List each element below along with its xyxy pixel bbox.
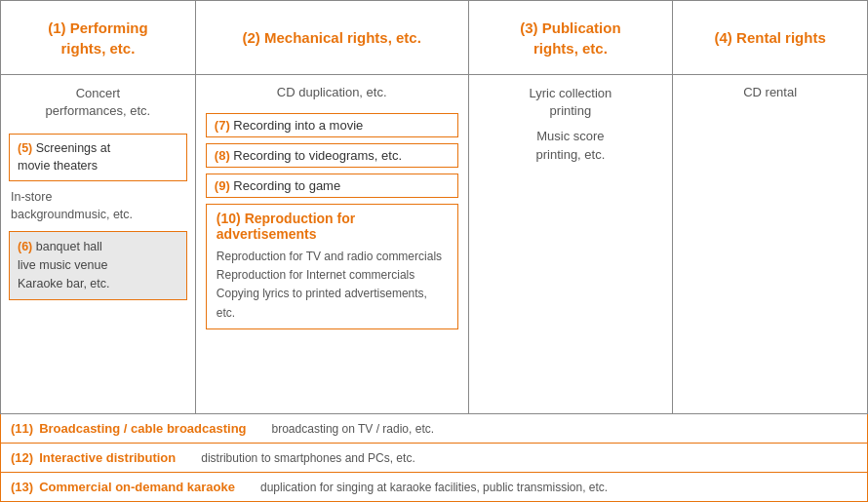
header-col3: (3) Publicationrights, etc. [468,1,673,75]
interactive-cell: (12) Interactive distribution distributi… [1,444,868,473]
col1-title: Performingrights, etc. [60,19,147,57]
row11-number: (11) [11,421,33,436]
header-col2: (2) Mechanical rights, etc. [195,1,468,75]
header-col1: (1) Performingrights, etc. [1,1,196,75]
r8-number: (8) [215,148,230,163]
row-interactive: (12) Interactive distribution distributi… [1,444,868,473]
repro-box: (10) Reproduction for advertisements Rep… [206,204,458,329]
row-broadcasting: (11) Broadcasting / cable broadcasting b… [1,414,868,444]
row13-number: (13) [11,480,33,494]
cd-rental-text: CD rental [681,85,859,99]
repro-items: Reproduction for TV and radio commercial… [217,248,448,323]
banquet-text: banquet halllive music venueKaraoke bar,… [18,240,110,290]
main-table: (1) Performingrights, etc. (2) Mechanica… [0,0,868,502]
instore-text: In-storebackgroundmusic, etc. [9,189,187,223]
col3-number: (3) [520,19,537,36]
col2-content: CD duplication, etc. (7) Recording into … [195,75,468,414]
screenings-title-text: Screenings atmovie theaters [18,141,110,173]
screenings-number: (5) [18,141,32,155]
screenings-box: (5) Screenings atmovie theaters [9,134,187,181]
col4-content: CD rental [673,75,868,414]
col4-title: Rental rights [736,29,826,46]
col2-title: Mechanical rights, etc. [264,29,421,46]
row12-label: Interactive distribution [39,450,176,465]
recording-box-7: (7) Recording into a movie [206,113,458,137]
col3-title: Publicationrights, etc. [533,19,621,57]
col3-content: Lyric collectionprinting Music scoreprin… [468,75,673,414]
broadcasting-cell: (11) Broadcasting / cable broadcasting b… [1,414,868,444]
repro-title: (10) Reproduction for advertisements [217,211,448,242]
row11-label: Broadcasting / cable broadcasting [39,421,246,436]
r8-label: Recording to videograms, etc. [233,148,402,163]
r9-number: (9) [215,178,230,193]
concert-text: Concertperformances, etc. [9,85,187,120]
col4-number: (4) [715,29,732,46]
main-content-row: Concertperformances, etc. (5) Screenings… [1,75,868,414]
repro-item-2: Reproduction for Internet commercials [217,266,448,285]
r9-label: Recording to game [233,178,340,193]
r7-label: Recording into a movie [233,118,363,133]
banquet-box: (6) banquet halllive music venueKaraoke … [9,231,187,299]
col2-number: (2) [242,29,259,46]
header-row: (1) Performingrights, etc. (2) Mechanica… [1,1,868,75]
lyric-text: Lyric collectionprinting [477,85,665,120]
col1-number: (1) [48,19,65,36]
banquet-number: (6) [18,240,32,253]
row-karaoke: (13) Commercial on-demand karaoke duplic… [1,473,868,502]
cd-text: CD duplication, etc. [206,85,458,99]
header-col4: (4) Rental rights [673,1,868,75]
repro-item-1: Reproduction for TV and radio commercial… [217,248,448,266]
recording-box-9: (9) Recording to game [206,174,458,198]
row12-desc: distribution to smartphones and PCs, etc… [201,451,414,465]
row12-number: (12) [11,450,33,465]
karaoke-cell: (13) Commercial on-demand karaoke duplic… [1,473,868,502]
row13-label: Commercial on-demand karaoke [39,480,235,494]
recording-box-8: (8) Recording to videograms, etc. [206,143,458,168]
r7-number: (7) [215,118,230,133]
row11-desc: broadcasting on TV / radio, etc. [272,422,435,436]
row13-desc: duplication for singing at karaoke facil… [260,481,608,494]
repro-item-3: Copying lyrics to printed advertisements… [217,285,448,322]
col1-content: Concertperformances, etc. (5) Screenings… [1,75,196,414]
music-text: Music scoreprinting, etc. [477,128,665,163]
